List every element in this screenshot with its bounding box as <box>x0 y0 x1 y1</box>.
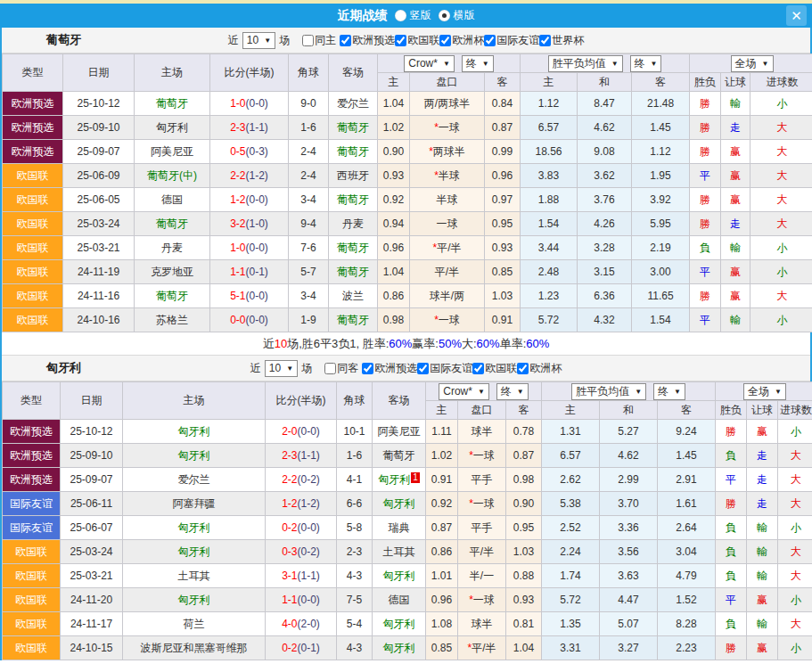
league-filter[interactable]: 欧洲杯 <box>517 361 562 376</box>
fullmatch-group: 全场▼ <box>716 382 812 401</box>
home-team-cell: 丹麦 <box>135 236 210 260</box>
avg-lose-cell: 1.45 <box>658 444 716 468</box>
avg-win-cell: 3.31 <box>542 636 600 660</box>
handicap-cell: 平/半 <box>410 260 485 284</box>
home-odds-cell: 1.02 <box>426 444 458 468</box>
same-checkbox[interactable] <box>324 363 336 374</box>
handicap-cell: 半/一 <box>458 564 506 588</box>
league-checkbox[interactable] <box>395 35 406 46</box>
col-odds-home: 主 <box>426 401 458 420</box>
matches-table: 类型 日期 主场 比分(半场) 角球 客场 Crow*▼ 终▼ <box>2 381 812 660</box>
avg-win-cell: 6.57 <box>521 116 578 140</box>
goals-result-cell: 大 <box>778 564 812 588</box>
col-type: 类型 <box>3 382 61 420</box>
col-home: 主场 <box>123 382 266 420</box>
panel-content: 葡萄牙 近 10 ▼ 场 同主 欧洲预选欧国联欧洲杯国际友谊世界杯 <box>0 28 812 660</box>
avg-lose-cell: 4.79 <box>658 564 716 588</box>
league-filter-label: 欧洲预选 <box>374 361 417 376</box>
league-checkbox[interactable] <box>417 363 429 374</box>
layout-vertical-option[interactable]: 竖版 <box>395 8 431 23</box>
league-filter[interactable]: 欧国联 <box>395 33 439 48</box>
bookmaker-select-label: Crow* <box>443 385 472 397</box>
league-filter-label: 国际友谊 <box>496 33 539 48</box>
chevron-down-icon: ▼ <box>443 60 450 68</box>
league-filter[interactable]: 世界杯 <box>539 33 584 48</box>
avg-win-cell: 2.62 <box>542 468 600 492</box>
home-team-cell: 阿美尼亚 <box>135 140 210 164</box>
full-time-score: 2-3 <box>230 121 245 134</box>
col-avg-home: 主 <box>521 73 578 92</box>
avg-stage-select[interactable]: 终▼ <box>630 55 662 72</box>
league-checkbox[interactable] <box>340 35 351 46</box>
table-header: 类型 日期 主场 比分(半场) 角球 客场 Crow*▼ 终▼ <box>3 382 812 420</box>
league-checkbox[interactable] <box>472 363 484 374</box>
away-team-cell: 丹麦 <box>329 212 378 236</box>
section-portugal: 葡萄牙 近 10 ▼ 场 同主 欧洲预选欧国联欧洲杯国际友谊世界杯 <box>2 28 810 356</box>
fullmatch-select[interactable]: 全场▼ <box>743 383 786 400</box>
home-odds-cell: 1.11 <box>426 420 458 444</box>
match-date-cell: 25-09-10 <box>61 444 123 468</box>
avg-win-cell: 1.12 <box>521 92 578 116</box>
away-team-name: 瑞典 <box>389 521 410 534</box>
bookmaker-group: Crow*▼ 终▼ <box>378 54 521 73</box>
result-cell: 平 <box>716 588 747 612</box>
handicap-value: 球半 <box>472 425 493 438</box>
ah-result-cell: 赢 <box>747 588 778 612</box>
avg-select[interactable]: 胜平负均值▼ <box>548 55 623 72</box>
league-filter[interactable]: 欧洲预选 <box>362 361 417 376</box>
chevron-down-icon: ▼ <box>286 365 293 373</box>
fullmatch-group: 全场▼ <box>690 54 812 73</box>
league-filter[interactable]: 欧洲杯 <box>439 33 484 48</box>
radio-selected-icon[interactable] <box>439 10 450 21</box>
match-date-cell: 25-03-21 <box>63 236 135 260</box>
avg-win-cell: 1.31 <box>542 420 600 444</box>
away-team-name: 匈牙利 <box>383 642 415 654</box>
close-icon[interactable]: ✕ <box>786 5 807 26</box>
bookmaker-select[interactable]: Crow*▼ <box>439 383 489 400</box>
same-checkbox[interactable] <box>302 35 314 46</box>
recent-count-select[interactable]: 10 ▼ <box>242 32 275 49</box>
avg-select[interactable]: 胜平负均值▼ <box>571 383 646 400</box>
handicap-cell: 球半/两 <box>410 284 485 308</box>
avg-lose-cell: 3.92 <box>632 188 690 212</box>
match-row: 欧洲预选25-09-10匈牙利2-3(1-1)1-6葡萄牙1.02*一球0.87… <box>3 444 812 468</box>
chevron-down-icon: ▼ <box>674 388 681 396</box>
goals-result-cell: 大 <box>750 140 812 164</box>
summary-line: 近10场,胜6平3负1, 胜率:60% 赢率:50% 大:60% 单率:60% <box>2 332 810 356</box>
half-time-score: (1-0) <box>246 217 268 230</box>
layout-horizontal-option[interactable]: 横版 <box>439 8 475 23</box>
avg-draw-cell: 8.47 <box>578 92 632 116</box>
avg-stage-select[interactable]: 终▼ <box>653 383 685 400</box>
half-time-score: (1-2) <box>298 497 320 510</box>
odds-stage-select[interactable]: 终▼ <box>496 383 529 400</box>
same-away-filter[interactable]: 同客 <box>324 361 358 376</box>
bookmaker-select-label: Crow* <box>408 57 438 70</box>
handicap-value: 半/一 <box>470 570 494 582</box>
match-date-cell: 25-03-24 <box>63 212 135 236</box>
league-filter[interactable]: 国际友谊 <box>417 361 472 376</box>
home-team-name: 丹麦 <box>161 242 183 254</box>
league-filter[interactable]: 欧国联 <box>472 361 517 376</box>
result-cell: 負 <box>716 564 747 588</box>
league-type-cell: 欧国联 <box>3 212 63 236</box>
score-cell: 1-1(0-1) <box>210 260 289 284</box>
league-checkbox[interactable] <box>439 35 451 46</box>
league-filter[interactable]: 国际友谊 <box>484 33 539 48</box>
radio-unselected-icon[interactable] <box>395 10 406 21</box>
league-checkbox[interactable] <box>484 35 496 46</box>
bookmaker-select[interactable]: Crow*▼ <box>404 55 455 72</box>
league-type-cell: 欧国联 <box>3 308 63 332</box>
ah-result-cell: 輸 <box>721 236 750 260</box>
half-time-score: (0-0) <box>246 242 268 254</box>
same-home-filter[interactable]: 同主 <box>302 33 336 48</box>
league-filter[interactable]: 欧洲预选 <box>340 33 395 48</box>
odds-stage-select[interactable]: 终▼ <box>462 55 494 72</box>
home-team-name: 葡萄牙 <box>156 217 188 230</box>
league-checkbox[interactable] <box>517 363 529 374</box>
away-team-cell: 葡萄牙 <box>329 236 378 260</box>
score-cell: 3-1(1-1) <box>266 564 337 588</box>
recent-count-select[interactable]: 10 ▼ <box>265 360 298 377</box>
league-checkbox[interactable] <box>362 363 373 374</box>
fullmatch-select[interactable]: 全场▼ <box>731 55 774 72</box>
league-checkbox[interactable] <box>539 35 551 46</box>
